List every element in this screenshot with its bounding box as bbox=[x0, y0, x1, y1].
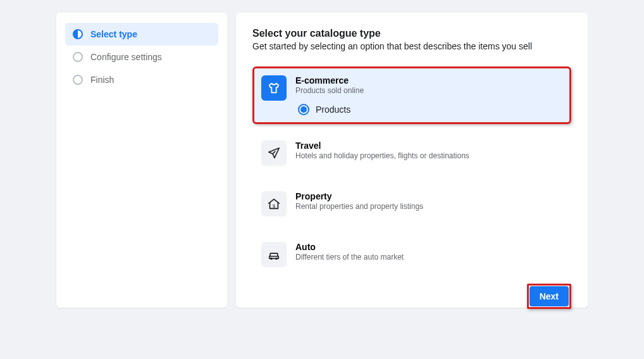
footer: Next bbox=[252, 284, 571, 309]
wizard-sidebar: Select type Configure settings Finish bbox=[56, 13, 227, 308]
option-title: E-commerce bbox=[295, 75, 562, 85]
page-title: Select your catalogue type bbox=[252, 28, 571, 39]
option-auto[interactable]: Auto Different tiers of the auto market bbox=[252, 233, 571, 276]
step-indicator-icon bbox=[73, 75, 83, 85]
option-body: Travel Hotels and holiday properties, fl… bbox=[295, 141, 562, 160]
step-indicator-icon bbox=[73, 52, 83, 62]
step-select-type[interactable]: Select type bbox=[65, 23, 218, 46]
step-label: Finish bbox=[90, 75, 114, 85]
option-title: Auto bbox=[295, 242, 562, 252]
house-dollar-icon: $ bbox=[261, 191, 287, 217]
option-body: E-commerce Products sold online Products bbox=[295, 75, 562, 115]
option-title: Travel bbox=[295, 141, 562, 151]
option-body: Auto Different tiers of the auto market bbox=[295, 242, 562, 261]
option-travel[interactable]: Travel Hotels and holiday properties, fl… bbox=[252, 132, 571, 175]
tshirt-icon bbox=[261, 75, 287, 101]
radio-icon bbox=[298, 104, 309, 115]
option-desc: Hotels and holiday properties, flights o… bbox=[295, 151, 562, 160]
step-label: Select type bbox=[90, 29, 137, 39]
next-button-highlight: Next bbox=[527, 284, 571, 309]
car-icon bbox=[261, 242, 287, 267]
step-indicator-icon bbox=[73, 29, 83, 39]
step-label: Configure settings bbox=[90, 52, 162, 62]
option-desc: Different tiers of the auto market bbox=[295, 253, 562, 261]
main-panel: Select your catalogue type Get started b… bbox=[236, 13, 588, 308]
option-property[interactable]: $ Property Rental properties and propert… bbox=[252, 182, 571, 225]
sub-option-products[interactable]: Products bbox=[295, 104, 562, 115]
next-button[interactable]: Next bbox=[529, 286, 569, 306]
option-desc: Rental properties and property listings bbox=[295, 202, 562, 211]
step-finish[interactable]: Finish bbox=[65, 68, 218, 91]
option-body: Property Rental properties and property … bbox=[295, 191, 562, 211]
svg-text:$: $ bbox=[273, 203, 275, 209]
sub-option-label: Products bbox=[316, 104, 350, 115]
airplane-icon bbox=[261, 141, 287, 166]
option-desc: Products sold online bbox=[295, 86, 562, 95]
option-title: Property bbox=[295, 191, 562, 201]
page-subtitle: Get started by selecting an option that … bbox=[252, 41, 571, 51]
option-ecommerce[interactable]: E-commerce Products sold online Products bbox=[252, 66, 571, 124]
step-configure-settings[interactable]: Configure settings bbox=[65, 46, 218, 68]
